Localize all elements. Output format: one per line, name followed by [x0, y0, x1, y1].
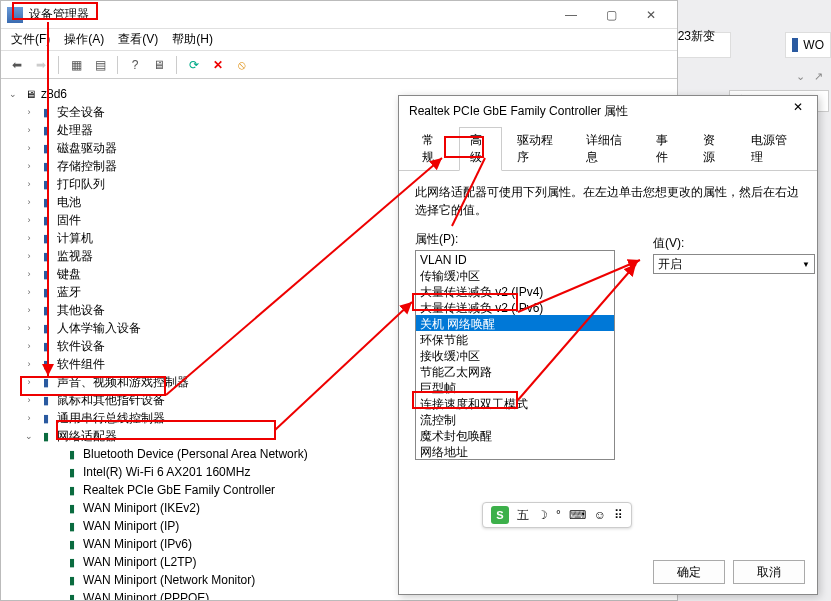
update-icon[interactable]: ⟳ [184, 55, 204, 75]
ime-mode[interactable]: 五 [517, 507, 529, 524]
tab-advanced-body: 此网络适配器可使用下列属性。在左边单击您想更改的属性，然后在右边选择它的值。 属… [399, 171, 817, 473]
property-option[interactable]: 接收缓冲区 [416, 347, 614, 363]
expand-icon[interactable]: › [23, 107, 35, 117]
expand-icon[interactable]: › [23, 359, 35, 369]
device-icon: ▮ [38, 392, 54, 408]
expand-icon[interactable]: › [23, 233, 35, 243]
device-icon: ▮ [38, 140, 54, 156]
property-option[interactable]: 关机 网络唤醒 [416, 315, 614, 331]
property-option[interactable]: 环保节能 [416, 331, 614, 347]
task-btn-word-label: WO [803, 38, 824, 52]
punct-icon[interactable]: ° [556, 508, 561, 522]
nic-icon: ▮ [64, 500, 80, 516]
nic-icon: ▮ [64, 518, 80, 534]
property-option[interactable]: 大量传送减负 v2 (IPv6) [416, 299, 614, 315]
menu-help[interactable]: 帮助(H) [166, 29, 219, 50]
property-option[interactable]: 网络唤醒和关机连接速度 [416, 459, 614, 460]
forward-icon[interactable]: ➡ [31, 55, 51, 75]
tree-net-item-label: WAN Miniport (IP) [83, 519, 179, 533]
help-icon[interactable]: ? [125, 55, 145, 75]
window-title: 设备管理器 [29, 6, 551, 23]
maximize-button[interactable]: ▢ [591, 3, 631, 27]
expand-icon[interactable]: › [23, 287, 35, 297]
tree-cat-label: 固件 [57, 212, 81, 229]
property-option[interactable]: 网络地址 [416, 443, 614, 459]
device-icon: ▮ [38, 284, 54, 300]
dialog-close-button[interactable]: ✕ [785, 100, 811, 120]
disable-icon[interactable]: ⦸ [232, 55, 252, 75]
cancel-button[interactable]: 取消 [733, 560, 805, 584]
show-hide-icon[interactable]: ▦ [66, 55, 86, 75]
collapse-icon[interactable]: ⌄ [23, 431, 35, 441]
expand-icon[interactable]: › [23, 143, 35, 153]
tab-5[interactable]: 资源 [692, 127, 736, 171]
tree-cat-label: 声音、视频和游戏控制器 [57, 374, 189, 391]
device-icon: ▮ [38, 230, 54, 246]
expand-icon[interactable]: › [23, 377, 35, 387]
property-option[interactable]: 巨型帧 [416, 379, 614, 395]
property-option[interactable]: 大量传送减负 v2 (IPv4) [416, 283, 614, 299]
app-icon [7, 7, 23, 23]
task-btn-word[interactable]: WO [785, 32, 831, 58]
property-option[interactable]: VLAN ID [416, 251, 614, 267]
back-icon[interactable]: ⬅ [7, 55, 27, 75]
expand-icon[interactable]: › [23, 395, 35, 405]
tab-description: 此网络适配器可使用下列属性。在左边单击您想更改的属性，然后在右边选择它的值。 [415, 183, 801, 219]
value-combobox[interactable]: 开启 ▼ [653, 254, 815, 274]
expand-icon[interactable]: › [23, 215, 35, 225]
properties-listbox[interactable]: VLAN ID传输缓冲区大量传送减负 v2 (IPv4)大量传送减负 v2 (I… [415, 250, 615, 460]
tree-cat-label: 鼠标和其他指针设备 [57, 392, 165, 409]
scan-icon[interactable]: 🖥 [149, 55, 169, 75]
device-icon: ▮ [38, 194, 54, 210]
property-option[interactable]: 流控制 [416, 411, 614, 427]
more-icon[interactable]: ⠿ [614, 508, 623, 522]
expand-icon[interactable]: › [23, 269, 35, 279]
device-icon: ▮ [38, 374, 54, 390]
tree-cat-label: 安全设备 [57, 104, 105, 121]
tab-0[interactable]: 常规 [411, 127, 455, 171]
tree-cat-label: 人体学输入设备 [57, 320, 141, 337]
device-icon: ▮ [38, 356, 54, 372]
properties-icon[interactable]: ▤ [90, 55, 110, 75]
device-icon: ▮ [38, 338, 54, 354]
expand-icon[interactable]: › [23, 413, 35, 423]
keyboard-icon[interactable]: ⌨ [569, 508, 586, 522]
property-option[interactable]: 节能乙太网路 [416, 363, 614, 379]
expand-icon[interactable]: › [23, 341, 35, 351]
menu-file[interactable]: 文件(F) [5, 29, 56, 50]
tab-3[interactable]: 详细信息 [575, 127, 640, 171]
tab-2[interactable]: 驱动程序 [506, 127, 571, 171]
expand-icon[interactable]: › [23, 323, 35, 333]
ime-toolbar[interactable]: S 五 ☽ ° ⌨ ☺ ⠿ [482, 502, 632, 528]
ok-button[interactable]: 确定 [653, 560, 725, 584]
emoji-icon[interactable]: ☺ [594, 508, 606, 522]
tree-cat-label: 存储控制器 [57, 158, 117, 175]
expand-icon[interactable]: › [23, 197, 35, 207]
moon-icon[interactable]: ☽ [537, 508, 548, 522]
computer-icon: 🖥 [22, 86, 38, 102]
expand-icon[interactable]: › [23, 305, 35, 315]
ribbon-mini-controls: ⌄ ↗ [729, 66, 829, 86]
tab-4[interactable]: 事件 [645, 127, 689, 171]
property-option[interactable]: 魔术封包唤醒 [416, 427, 614, 443]
device-icon: ▮ [38, 212, 54, 228]
property-option[interactable]: 连接速度和双工模式 [416, 395, 614, 411]
tab-1[interactable]: 高级 [459, 127, 503, 171]
collapse-icon[interactable]: ⌄ [7, 89, 19, 99]
menu-view[interactable]: 查看(V) [112, 29, 164, 50]
uninstall-icon[interactable]: ✕ [208, 55, 228, 75]
tree-net-item-label: WAN Miniport (Network Monitor) [83, 573, 255, 587]
expand-icon[interactable]: › [23, 251, 35, 261]
menu-action[interactable]: 操作(A) [58, 29, 110, 50]
close-button[interactable]: ✕ [631, 3, 671, 27]
property-option[interactable]: 传输缓冲区 [416, 267, 614, 283]
expand-icon[interactable]: › [23, 125, 35, 135]
expand-icon[interactable]: › [23, 161, 35, 171]
tab-6[interactable]: 电源管理 [740, 127, 805, 171]
sogou-logo-icon: S [491, 506, 509, 524]
tree-net-item-label: WAN Miniport (IPv6) [83, 537, 192, 551]
value-combobox-text: 开启 [658, 256, 682, 273]
minimize-button[interactable]: — [551, 3, 591, 27]
tree-cat-label: 通用串行总线控制器 [57, 410, 165, 427]
expand-icon[interactable]: › [23, 179, 35, 189]
